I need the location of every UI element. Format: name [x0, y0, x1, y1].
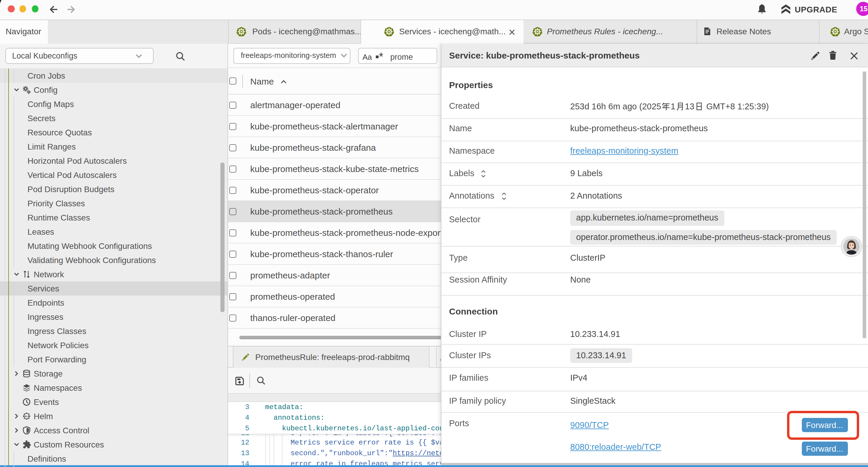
svg-text:HELM: HELM — [24, 415, 30, 418]
